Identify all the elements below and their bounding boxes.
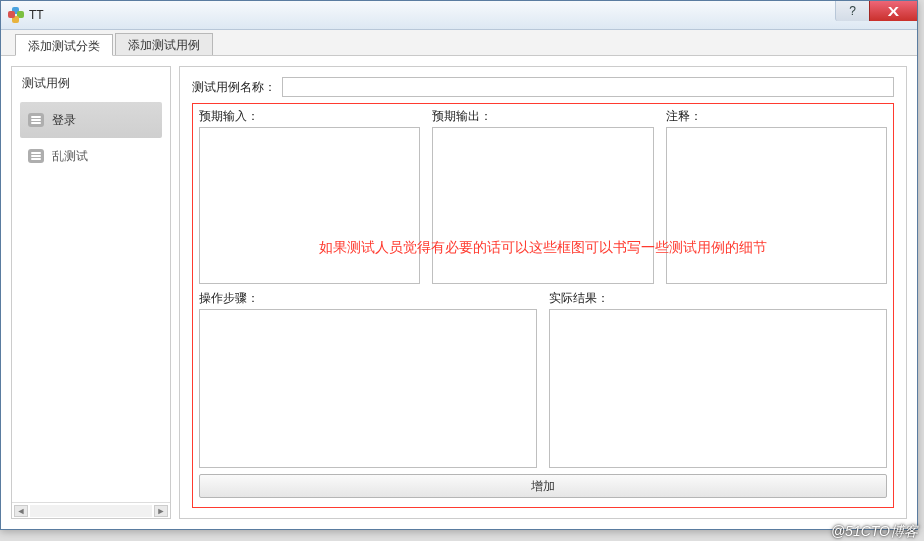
main-panel: 测试用例名称： 预期输入： 预期输出： 注释：	[179, 66, 907, 519]
tab-add-category[interactable]: 添加测试分类	[15, 34, 113, 56]
workspace: 测试用例 登录 乱测试 ◄ ► 测试用例名称：	[1, 56, 917, 529]
titlebar[interactable]: TT ? X	[1, 1, 917, 30]
help-button[interactable]: ?	[835, 1, 869, 21]
sidebar-item-login[interactable]: 登录	[20, 102, 162, 138]
tab-add-case[interactable]: 添加测试用例	[115, 33, 213, 55]
comment-textarea[interactable]	[666, 127, 887, 284]
tab-bar: 添加测试分类 添加测试用例	[1, 30, 917, 56]
swirl-icon	[8, 7, 24, 23]
expected-input-box: 预期输入：	[199, 108, 420, 284]
expected-output-label: 预期输出：	[432, 108, 653, 125]
add-button-label: 增加	[531, 479, 555, 493]
watermark: @51CTO博客	[831, 523, 918, 541]
actual-result-box: 实际结果：	[549, 290, 887, 468]
help-icon: ?	[849, 4, 856, 18]
window-controls: ? X	[835, 1, 917, 21]
app-icon	[7, 6, 25, 24]
name-row: 测试用例名称：	[192, 77, 894, 97]
list-icon	[28, 113, 44, 127]
comment-box: 注释：	[666, 108, 887, 284]
scroll-track[interactable]	[30, 505, 152, 517]
comment-label: 注释：	[666, 108, 887, 125]
add-button[interactable]: 增加	[199, 474, 887, 498]
expected-output-textarea[interactable]	[432, 127, 653, 284]
close-icon: X	[888, 4, 899, 19]
sidebar-scrollbar[interactable]: ◄ ►	[12, 502, 170, 518]
sidebar-item-label: 登录	[52, 112, 76, 129]
expected-input-label: 预期输入：	[199, 108, 420, 125]
scroll-right-button[interactable]: ►	[154, 505, 168, 517]
highlight-frame: 预期输入： 预期输出： 注释： 如果测试人员觉得有必要的话可以这些框图可以书写一…	[192, 103, 894, 508]
bottom-boxes-row: 操作步骤： 实际结果：	[199, 290, 887, 468]
scroll-left-button[interactable]: ◄	[14, 505, 28, 517]
tab-label: 添加测试分类	[28, 39, 100, 53]
case-name-input[interactable]	[282, 77, 894, 97]
tab-label: 添加测试用例	[128, 38, 200, 52]
sidebar-item-label: 乱测试	[52, 148, 88, 165]
steps-textarea[interactable]	[199, 309, 537, 468]
sidebar-title: 测试用例	[12, 67, 170, 102]
sidebar: 测试用例 登录 乱测试 ◄ ►	[11, 66, 171, 519]
expected-input-textarea[interactable]	[199, 127, 420, 284]
app-window: TT ? X 添加测试分类 添加测试用例 测试用例 登录 乱测试 ◄	[0, 0, 918, 530]
case-tree[interactable]: 登录 乱测试	[12, 102, 170, 502]
expected-output-box: 预期输出：	[432, 108, 653, 284]
steps-box: 操作步骤：	[199, 290, 537, 468]
steps-label: 操作步骤：	[199, 290, 537, 307]
window-title: TT	[29, 8, 44, 22]
actual-result-label: 实际结果：	[549, 290, 887, 307]
top-boxes-row: 预期输入： 预期输出： 注释：	[199, 108, 887, 284]
actual-result-textarea[interactable]	[549, 309, 887, 468]
sidebar-item-random-test[interactable]: 乱测试	[20, 138, 162, 174]
close-button[interactable]: X	[869, 1, 917, 21]
list-icon	[28, 149, 44, 163]
case-name-label: 测试用例名称：	[192, 79, 276, 96]
